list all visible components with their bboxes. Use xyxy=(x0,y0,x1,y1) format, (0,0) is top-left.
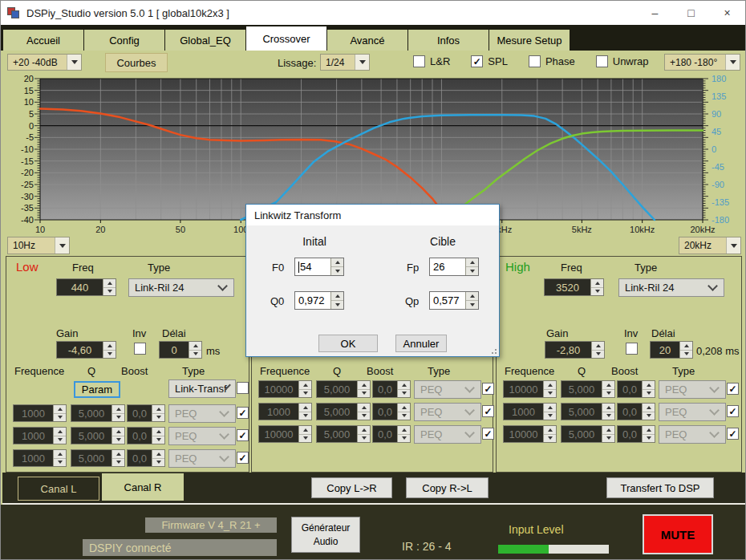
spin-down-icon[interactable] xyxy=(591,288,603,296)
transfer-to-dsp-button[interactable]: Transfert To DSP xyxy=(606,477,714,498)
spin-up-icon[interactable] xyxy=(103,342,116,351)
tab-crossover[interactable]: Crossover xyxy=(246,26,326,51)
eq-enable-checkbox[interactable]: ✓ xyxy=(237,452,249,464)
spin-down-icon[interactable] xyxy=(466,301,478,309)
spin-up-icon xyxy=(299,404,311,412)
eq-enable-checkbox[interactable]: ✓ xyxy=(237,407,249,419)
low-freq-field-value[interactable]: 440 xyxy=(57,279,103,295)
checkbox-unwrap[interactable] xyxy=(596,55,608,67)
eq-q-field-value: 5,000 xyxy=(317,404,357,420)
eq-q-field-value: 5,000 xyxy=(71,405,111,421)
high-delay-field-value[interactable]: 20 xyxy=(651,342,679,358)
copy-r-to-l-button[interactable]: Copy R->L xyxy=(406,477,489,498)
close-button[interactable]: × xyxy=(709,1,745,25)
tab-canal-r[interactable]: Canal R xyxy=(102,473,184,501)
dropdown-arrow-icon[interactable] xyxy=(355,55,369,70)
qp-field-value[interactable]: 0,577 xyxy=(430,292,465,309)
db-range-select[interactable]: +20 -40dB xyxy=(7,54,82,71)
tab-accueil[interactable]: Accueil xyxy=(3,30,83,51)
spin-up-icon[interactable] xyxy=(331,292,343,301)
resize-grip[interactable] xyxy=(489,347,497,354)
tab-global-eq[interactable]: Global_EQ xyxy=(165,30,245,51)
spin-down-icon[interactable] xyxy=(680,351,692,359)
eq-header-boost: Boost xyxy=(611,365,638,377)
spin-down-icon[interactable] xyxy=(331,301,343,309)
courbes-button[interactable]: Courbes xyxy=(105,53,168,72)
spin-down-icon[interactable] xyxy=(331,267,343,275)
qp-field-spinner xyxy=(465,292,478,309)
spin-down-icon xyxy=(358,390,370,398)
tab-config[interactable]: Config xyxy=(84,30,164,51)
spin-up-icon xyxy=(602,404,614,412)
low-type-select[interactable]: Link-Ril 24 xyxy=(128,278,234,297)
high-freq-field-value[interactable]: 3520 xyxy=(545,279,590,295)
eq-freq-field: 1000 xyxy=(503,403,557,420)
low-delay-field-value[interactable]: 0 xyxy=(160,342,189,358)
q0-field-value[interactable]: 0,972 xyxy=(295,292,330,309)
tab-canal-l[interactable]: Canal L xyxy=(18,477,99,501)
spin-up-icon[interactable] xyxy=(591,279,603,288)
eq-q-field-spinner xyxy=(357,381,370,397)
freq-max-select[interactable]: 20kHz xyxy=(679,237,741,254)
dialog-title: Linkwitz Transform xyxy=(246,205,499,225)
spin-down-icon[interactable] xyxy=(592,351,604,359)
eq-freq-field-spinner xyxy=(53,428,66,444)
lissage-select[interactable]: 1/24 xyxy=(320,54,370,71)
maximize-button[interactable]: □ xyxy=(673,1,709,25)
tab-infos[interactable]: Infos xyxy=(408,30,489,51)
copy-l-to-r-button[interactable]: Copy L->R xyxy=(311,477,392,498)
eq-enable-checkbox[interactable]: ✓ xyxy=(727,428,739,440)
eq-freq-field-spinner xyxy=(543,381,556,397)
spin-up-icon xyxy=(643,381,655,390)
low-gain-field-value[interactable]: -4,60 xyxy=(57,342,103,358)
dropdown-arrow-icon[interactable] xyxy=(55,237,69,254)
high-type-select[interactable]: Link-Ril 24 xyxy=(618,278,724,297)
dropdown-arrow-icon[interactable] xyxy=(725,55,740,70)
spin-up-icon[interactable] xyxy=(466,258,478,267)
eq-boost-field: 0,0 xyxy=(617,403,655,420)
eq-enable-checkbox[interactable]: ✓ xyxy=(482,428,494,440)
minimize-button[interactable]: – xyxy=(637,1,673,25)
checkbox-l-r[interactable] xyxy=(413,55,425,67)
eq-enable-checkbox[interactable]: ✓ xyxy=(727,383,739,395)
eq-param-type-select[interactable]: Link-Transf xyxy=(168,379,236,398)
eq-enable-checkbox[interactable]: ✓ xyxy=(727,405,739,417)
f0-field-value[interactable]: 54 xyxy=(295,258,330,275)
eq-enable-checkbox[interactable]: ✓ xyxy=(482,405,494,417)
spin-up-icon[interactable] xyxy=(592,342,604,351)
spin-down-icon[interactable] xyxy=(466,267,478,275)
tab-mesure-setup[interactable]: Mesure Setup xyxy=(489,30,570,51)
spin-down-icon[interactable] xyxy=(189,351,201,359)
svg-text:-25: -25 xyxy=(21,180,34,189)
dropdown-arrow-icon[interactable] xyxy=(726,237,740,254)
svg-text:-10: -10 xyxy=(21,144,34,154)
freq-min-select[interactable]: 10Hz xyxy=(7,237,70,254)
high-inv-checkbox[interactable] xyxy=(626,343,638,355)
generateur-audio-button[interactable]: Générateur Audio xyxy=(291,517,360,553)
param-button[interactable]: Param xyxy=(74,381,120,398)
eq-enable-checkbox[interactable]: ✓ xyxy=(237,429,249,441)
spin-up-icon[interactable] xyxy=(103,279,116,288)
phase-range-select[interactable]: +180 -180° xyxy=(664,54,740,71)
eq-enable-checkbox[interactable]: ✓ xyxy=(482,383,494,395)
spin-down-icon xyxy=(544,390,556,398)
spin-down-icon[interactable] xyxy=(103,288,116,296)
mute-button[interactable]: MUTE xyxy=(643,514,713,554)
low-inv-checkbox[interactable] xyxy=(134,343,146,355)
spin-up-icon[interactable] xyxy=(189,342,201,351)
eq-type-select: PEQ xyxy=(168,449,236,468)
spin-up-icon[interactable] xyxy=(680,342,692,351)
spin-up-icon[interactable] xyxy=(466,292,478,301)
spin-up-icon[interactable] xyxy=(331,258,343,267)
ok-button[interactable]: OK xyxy=(318,335,378,352)
cancel-button[interactable]: Annuler xyxy=(395,335,447,352)
checkbox-spl[interactable]: ✓ xyxy=(471,55,483,67)
tab-avanc-[interactable]: Avancé xyxy=(327,30,407,51)
fp-field-value[interactable]: 26 xyxy=(430,258,465,275)
spin-down-icon[interactable] xyxy=(103,351,116,359)
spin-down-icon xyxy=(544,412,556,420)
high-gain-field-value[interactable]: -2,80 xyxy=(545,342,591,358)
dropdown-arrow-icon[interactable] xyxy=(67,55,81,70)
eq-param-checkbox[interactable] xyxy=(237,382,249,394)
checkbox-phase[interactable] xyxy=(529,55,541,67)
